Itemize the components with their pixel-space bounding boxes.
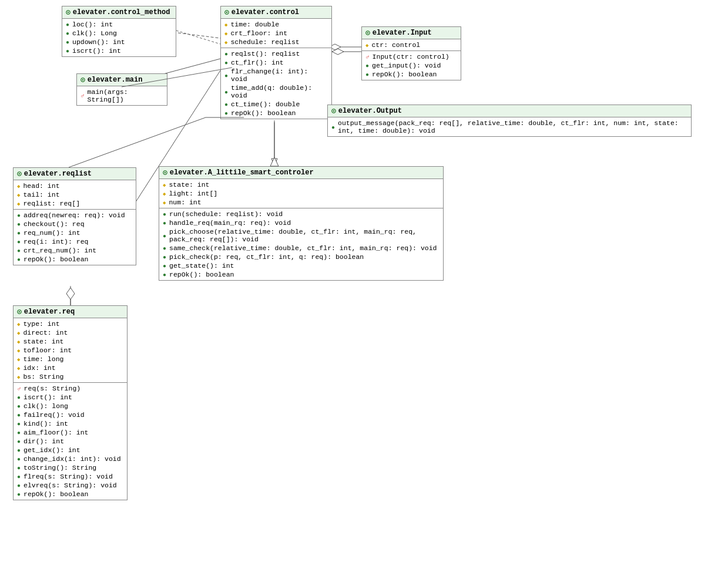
method-clk-req: clk(): long [14, 402, 127, 410]
class-input-title: elevater.Input [373, 29, 432, 37]
field-state-req: state: int [14, 337, 127, 346]
method-run: run(schedule: reqlist): void [159, 210, 443, 218]
class-control-title: elevater.control [232, 8, 299, 16]
field-num: num: int [159, 198, 443, 207]
field-clk: clk(): Long [62, 29, 176, 38]
method-addreq: addreq(newreq: req): void [14, 211, 136, 220]
method-change-idx: change_idx(i: int): void [14, 454, 127, 463]
class-control-method-header: ⊙ elevater.control_method [62, 6, 176, 19]
svg-marker-8 [67, 288, 74, 295]
class-output-header: ⊙ elevater.Output [328, 105, 691, 117]
class-req-header: ⊙ elevater.req [14, 306, 127, 318]
method-repok-control: repOk(): boolean [221, 109, 331, 117]
method-output-message: output_message(pack_req: req[], relative… [328, 119, 691, 135]
svg-marker-16 [270, 157, 279, 166]
field-direct: direct: int [14, 328, 127, 337]
field-tail: tail: int [14, 190, 136, 199]
class-control-method-title: elevater.control_method [73, 8, 170, 16]
field-iscrt: iscrt(): int [62, 46, 176, 55]
class-req-title: elevater.req [24, 308, 75, 316]
method-ct-flr: ct_flr(): int [221, 58, 331, 67]
class-reqlist-methods: addreq(newreq: req): void checkout(): re… [14, 210, 136, 265]
method-checkout: checkout(): req [14, 220, 136, 228]
field-idx: idx: int [14, 363, 127, 372]
class-output-title: elevater.Output [338, 107, 402, 115]
class-smart-controler-header: ⊙ elevater.A_littile_smart_controler [159, 167, 443, 179]
method-reqlst: reqlst(): reqlist [221, 49, 331, 58]
method-repok-sc: repOk(): boolean [159, 270, 443, 279]
class-input-header: ⊙ elevater.Input [362, 27, 461, 39]
class-input-methods: ♂ Input(ctr: control) get_input(): void … [362, 51, 461, 80]
field-updown: updown(): int [62, 38, 176, 46]
class-control-protected: time: double crt_floor: int schedule: re… [221, 19, 331, 48]
method-iscrt-req: iscrt(): int [14, 393, 127, 402]
method-get-state: get_state(): int [159, 261, 443, 270]
field-schedule: schedule: reqlist [221, 38, 331, 46]
method-flr-change: flr_change(i: int): void [221, 67, 331, 83]
svg-line-13 [69, 117, 206, 167]
method-kind: kind(): int [14, 419, 127, 428]
method-pick-choose: pick_choose(relative_time: double, ct_fl… [159, 227, 443, 244]
method-req-i: req(i: int): req [14, 237, 136, 246]
method-repok-req: repOk(): boolean [14, 490, 127, 499]
method-input-constructor: ♂ Input(ctr: control) [362, 52, 461, 61]
field-tofloor: tofloor: int [14, 346, 127, 355]
class-req-methods: ♂ req(s: String) iscrt(): int clk(): lon… [14, 383, 127, 500]
diagram-container: ⊙ elevater.control_method loc(): int clk… [0, 0, 728, 586]
class-reqlist-fields: head: int tail: int reqlist: req[] [14, 180, 136, 210]
class-control-public: reqlst(): reqlist ct_flr(): int flr_chan… [221, 48, 331, 119]
field-type: type: int [14, 319, 127, 328]
class-smart-controler-title: elevater.A_littile_smart_controler [170, 169, 314, 177]
svg-line-0 [173, 32, 220, 38]
class-main-header: ⊙ elevater.main [77, 74, 167, 86]
class-control-header: ⊙ elevater.control [221, 6, 331, 19]
class-control-method-fields: loc(): int clk(): Long updown(): int isc… [62, 19, 176, 56]
method-handle-req: handle_req(main_rq: req): void [159, 218, 443, 227]
field-ctr: ctr: control [362, 41, 461, 49]
field-head: head: int [14, 181, 136, 190]
method-main-constructor: ♂ main(args: String[]) [77, 87, 167, 104]
class-smart-controler-methods: run(schedule: reqlist): void handle_req(… [159, 208, 443, 280]
method-get-idx: get_idx(): int [14, 446, 127, 454]
class-smart-controler: ⊙ elevater.A_littile_smart_controler sta… [159, 166, 444, 281]
field-crt-floor: crt_floor: int [221, 29, 331, 38]
method-repok-reqlist: repOk(): boolean [14, 255, 136, 264]
method-elvreq: elvreq(s: String): void [14, 481, 127, 490]
method-pick-check: pick_check(p: req, ct_flr: int, q: req):… [159, 252, 443, 261]
field-time: time: double [221, 20, 331, 29]
class-output: ⊙ elevater.Output output_message(pack_re… [327, 105, 692, 137]
class-main-title: elevater.main [88, 76, 143, 84]
method-ct-time: ct_time(): double [221, 100, 331, 109]
class-reqlist: ⊙ elevater.reqlist head: int tail: int r… [13, 167, 136, 265]
method-get-input: get_input(): void [362, 61, 461, 70]
class-req-fields: type: int direct: int state: int tofloor… [14, 318, 127, 383]
svg-marker-12 [332, 49, 344, 55]
field-time-req: time: long [14, 355, 127, 363]
class-input: ⊙ elevater.Input ctr: control ♂ Input(ct… [361, 26, 461, 80]
method-time-add: time_add(q: double): void [221, 83, 331, 100]
class-main-methods: ♂ main(args: String[]) [77, 86, 167, 105]
method-repok-input: repOk(): boolean [362, 70, 461, 79]
method-req-constructor: ♂ req(s: String) [14, 384, 127, 393]
method-flreq: flreq(s: String): void [14, 472, 127, 481]
field-state-sc: state: int [159, 180, 443, 189]
field-reqlist-arr: reqlist: req[] [14, 199, 136, 208]
class-req: ⊙ elevater.req type: int direct: int sta… [13, 305, 128, 500]
svg-marker-18 [66, 288, 75, 299]
method-failreq: failreq(): void [14, 410, 127, 419]
class-control: ⊙ elevater.control time: double crt_floo… [220, 6, 332, 119]
field-light: light: int[] [159, 189, 443, 198]
method-req-num: req_num(): int [14, 228, 136, 237]
class-control-method: ⊙ elevater.control_method loc(): int clk… [62, 6, 176, 57]
method-same-check: same_check(relative_time: double, ct_flr… [159, 244, 443, 252]
method-crt-req-num: crt_req_num(): int [14, 246, 136, 255]
method-dir: dir(): int [14, 437, 127, 446]
class-smart-controler-fields: state: int light: int[] num: int [159, 179, 443, 208]
class-reqlist-title: elevater.reqlist [24, 170, 92, 178]
class-reqlist-header: ⊙ elevater.reqlist [14, 168, 136, 180]
svg-marker-5 [271, 159, 277, 166]
method-tostring: toString(): String [14, 463, 127, 472]
field-bs: bs: String [14, 372, 127, 381]
method-aim-floor: aim_floor(): int [14, 428, 127, 437]
field-loc: loc(): int [62, 20, 176, 29]
